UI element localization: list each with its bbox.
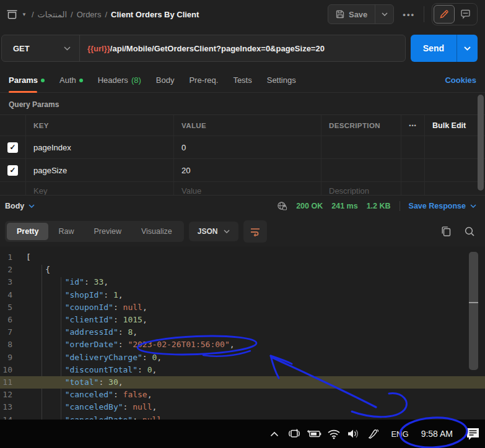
save-button[interactable]: Save (328, 10, 375, 19)
param-key-field[interactable]: pageIndex (26, 136, 174, 158)
view-raw-tab[interactable]: Raw (48, 223, 84, 240)
param-value-placeholder[interactable]: Value (174, 182, 321, 195)
tab-tests-label: Tests (233, 75, 251, 85)
param-value-field[interactable]: 0 (174, 136, 321, 158)
wrap-text-button[interactable] (243, 220, 267, 243)
collection-caret-icon[interactable]: ▼ (22, 12, 27, 17)
auth-modified-dot (79, 79, 83, 82)
cookies-link[interactable]: Cookies (445, 75, 476, 85)
edit-comment-group (432, 3, 478, 25)
view-pretty-tab[interactable]: Pretty (7, 223, 48, 240)
language-indicator[interactable]: ENG (385, 429, 414, 439)
breadcrumb-request-name[interactable]: Client Orders By Client (111, 10, 199, 19)
line-number: 5 (0, 301, 26, 314)
code-line: 10 "discountTotal": 0, (0, 364, 485, 376)
breadcrumb-separator: / (71, 10, 73, 19)
line-number: 8 (0, 338, 26, 351)
format-dropdown[interactable]: JSON (189, 222, 239, 241)
code-line: 11 "total": 30, (0, 376, 485, 389)
param-key-field[interactable]: pageSize (26, 159, 174, 181)
tray-cast-button[interactable] (286, 423, 303, 444)
tab-prereq[interactable]: Pre-req. (189, 68, 218, 92)
response-body-dropdown[interactable]: Body (5, 202, 35, 210)
select-all-cell (0, 115, 26, 136)
view-mode-segmented-control: Pretty Raw Preview Visualize (5, 221, 184, 242)
param-cell (401, 182, 425, 195)
send-options-caret[interactable] (457, 35, 478, 62)
send-button[interactable]: Send (411, 35, 457, 62)
collection-icon[interactable] (6, 9, 18, 20)
param-description-field[interactable] (321, 159, 401, 181)
view-visualize-tab[interactable]: Visualize (131, 223, 182, 240)
tab-body-label: Body (156, 75, 175, 85)
code-line: 7 "addressId": 8, (0, 326, 485, 338)
response-size[interactable]: 1.2 KB (367, 202, 391, 210)
response-status[interactable]: 200 OK (296, 202, 323, 210)
search-icon[interactable] (464, 226, 475, 237)
line-number: 7 (0, 326, 26, 338)
code-line: 4 "shopId": 1, (0, 289, 485, 301)
param-checkbox[interactable]: ✓ (7, 142, 18, 153)
tab-params[interactable]: Params (9, 68, 45, 92)
tray-pen-button[interactable] (365, 423, 382, 444)
tray-volume-button[interactable] (345, 423, 362, 444)
comment-icon (460, 9, 471, 19)
response-toolbar: Pretty Raw Preview Visualize JSON (0, 217, 485, 246)
response-scrollbar-thumb[interactable] (469, 252, 478, 370)
line-number: 6 (0, 314, 26, 326)
column-options-button[interactable]: ••• (401, 115, 425, 136)
wrap-text-icon (250, 226, 261, 236)
method-selector[interactable]: GET (2, 35, 80, 61)
show-hidden-icons-button[interactable] (266, 423, 283, 444)
param-key-placeholder[interactable]: Key (26, 182, 174, 195)
edit-request-button[interactable] (434, 5, 455, 24)
params-table: KEY VALUE DESCRIPTION ••• Bulk Edit ✓ pa… (0, 114, 485, 196)
view-preview-tab[interactable]: Preview (84, 223, 131, 240)
breadcrumb-separator: / (105, 10, 107, 19)
chevron-down-icon (470, 204, 476, 208)
save-options-caret[interactable] (375, 5, 393, 24)
params-modified-dot (41, 79, 45, 82)
system-clock[interactable]: 9:58 AM (417, 429, 461, 439)
bulk-edit-button[interactable]: Bulk Edit (425, 115, 485, 136)
scrollbar-marker (469, 302, 478, 303)
code-line: 2 { (0, 264, 485, 276)
param-description-placeholder[interactable]: Description (321, 182, 401, 195)
line-number: 2 (0, 264, 26, 276)
tray-battery-button[interactable] (305, 423, 323, 444)
save-response-label: Save Response (409, 202, 466, 210)
param-description-field[interactable] (321, 136, 401, 158)
tab-body[interactable]: Body (156, 68, 175, 92)
params-scrollbar-thumb[interactable] (478, 95, 484, 191)
tab-settings[interactable]: Settings (267, 68, 296, 92)
network-globe-icon (277, 201, 287, 211)
method-label: GET (13, 44, 30, 53)
tab-headers[interactable]: Headers(8) (98, 68, 141, 92)
format-label: JSON (198, 227, 218, 236)
header-divider (424, 6, 424, 22)
url-input[interactable]: {{url}}/api/Mobile/GetOrdersClient?pageI… (80, 35, 405, 61)
speaker-icon (347, 428, 360, 439)
tray-wifi-button[interactable] (325, 423, 343, 444)
breadcrumb-folder[interactable]: المنتجات (38, 10, 68, 19)
response-time[interactable]: 241 ms (331, 202, 357, 210)
save-button-label: Save (349, 10, 367, 19)
breadcrumb-subfolder[interactable]: Orders (77, 10, 102, 19)
response-meta: 200 OK 241 ms 1.2 KB Save Response (277, 201, 476, 211)
param-checkbox[interactable]: ✓ (7, 165, 18, 176)
tab-headers-label: Headers (98, 75, 128, 85)
tab-auth[interactable]: Auth (59, 68, 83, 92)
param-row-pagesize: ✓ pageSize 20 (0, 159, 485, 182)
param-value-field[interactable]: 20 (174, 159, 321, 181)
chevron-down-icon (64, 46, 71, 51)
response-body-viewer[interactable]: 1[2 {3 "id": 33,4 "shopId": 1,5 "couponI… (0, 246, 485, 420)
save-response-button[interactable]: Save Response (409, 202, 476, 210)
tab-tests[interactable]: Tests (233, 68, 251, 92)
comments-button[interactable] (455, 5, 476, 24)
copy-icon[interactable] (441, 226, 452, 237)
send-button-label: Send (423, 43, 444, 53)
action-center-button[interactable] (464, 423, 481, 444)
more-options-button[interactable]: ••• (401, 10, 416, 19)
request-tabs: Params Auth Headers(8) Body Pre-req. Tes… (0, 68, 485, 93)
url-variable: {{url}} (87, 44, 110, 53)
